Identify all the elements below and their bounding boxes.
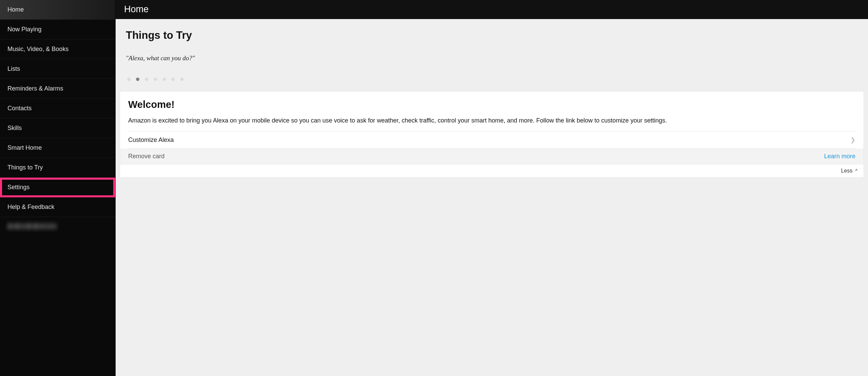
- pager-dot[interactable]: [163, 78, 166, 81]
- pager-dot[interactable]: [127, 78, 131, 81]
- sidebar-item-label: Settings: [7, 184, 30, 191]
- less-label: Less: [841, 168, 853, 174]
- sidebar-item-label: Things to Try: [7, 164, 43, 171]
- sidebar-item-home[interactable]: Home: [0, 0, 115, 20]
- customize-alexa-row[interactable]: Customize Alexa ❯: [128, 131, 855, 149]
- sidebar-item-now-playing[interactable]: Now Playing: [0, 20, 115, 39]
- sidebar-item-reminders-alarms[interactable]: Reminders & Alarms: [0, 79, 115, 99]
- sidebar-item-settings[interactable]: Settings: [0, 178, 115, 197]
- things-to-try-title: Things to Try: [126, 29, 858, 42]
- sidebar-item-skills[interactable]: Skills: [0, 118, 115, 138]
- pager-dot[interactable]: [171, 78, 175, 81]
- customize-alexa-label: Customize Alexa: [128, 136, 174, 144]
- sidebar-item-contacts[interactable]: Contacts: [0, 99, 115, 118]
- things-to-try-card: Things to Try "Alexa, what can you do?": [120, 19, 864, 88]
- pager-dot[interactable]: [145, 78, 148, 81]
- sidebar-item-label: Lists: [7, 65, 20, 72]
- welcome-body: Amazon is excited to bring you Alexa on …: [128, 116, 855, 125]
- sidebar-item-help-feedback[interactable]: Help & Feedback: [0, 197, 115, 217]
- sidebar-item-lists[interactable]: Lists: [0, 59, 115, 79]
- sidebar-item-things-to-try[interactable]: Things to Try: [0, 158, 115, 178]
- welcome-footer: Remove card Learn more: [120, 149, 864, 164]
- pager-dot[interactable]: [180, 78, 184, 81]
- learn-more-link[interactable]: Learn more: [824, 153, 855, 160]
- sidebar-item-redacted: [0, 217, 115, 236]
- sidebar-item-label: Help & Feedback: [7, 203, 54, 210]
- less-toggle[interactable]: Less ^: [120, 164, 864, 178]
- pager-dot[interactable]: [154, 78, 157, 81]
- welcome-title: Welcome!: [128, 99, 855, 110]
- sidebar-item-label: Skills: [7, 125, 22, 131]
- sidebar-item-label: Now Playing: [7, 26, 41, 33]
- page-header: Home: [116, 0, 868, 19]
- sidebar: HomeNow PlayingMusic, Video, & BooksList…: [0, 0, 116, 376]
- sidebar-item-smart-home[interactable]: Smart Home: [0, 138, 115, 158]
- sidebar-item-label: Contacts: [7, 105, 32, 112]
- things-to-try-quote: "Alexa, what can you do?": [126, 54, 858, 62]
- sidebar-item-music-video-books[interactable]: Music, Video, & Books: [0, 39, 115, 59]
- pager-dot[interactable]: [136, 78, 139, 81]
- main-area: Home Things to Try "Alexa, what can you …: [116, 0, 868, 376]
- welcome-card: Welcome! Amazon is excited to bring you …: [120, 91, 864, 164]
- welcome-header: Welcome! Amazon is excited to bring you …: [120, 92, 864, 131]
- sidebar-item-label: Music, Video, & Books: [7, 46, 69, 52]
- carousel-pager: [126, 78, 858, 81]
- chevron-up-icon: ^: [855, 168, 857, 174]
- content: Things to Try "Alexa, what can you do?" …: [116, 19, 868, 376]
- page-title: Home: [124, 4, 149, 14]
- remove-card-link[interactable]: Remove card: [128, 153, 165, 160]
- sidebar-item-label: Reminders & Alarms: [7, 85, 63, 92]
- sidebar-item-label: Home: [7, 6, 24, 13]
- chevron-right-icon: ❯: [850, 136, 855, 144]
- sidebar-item-label: Smart Home: [7, 144, 42, 151]
